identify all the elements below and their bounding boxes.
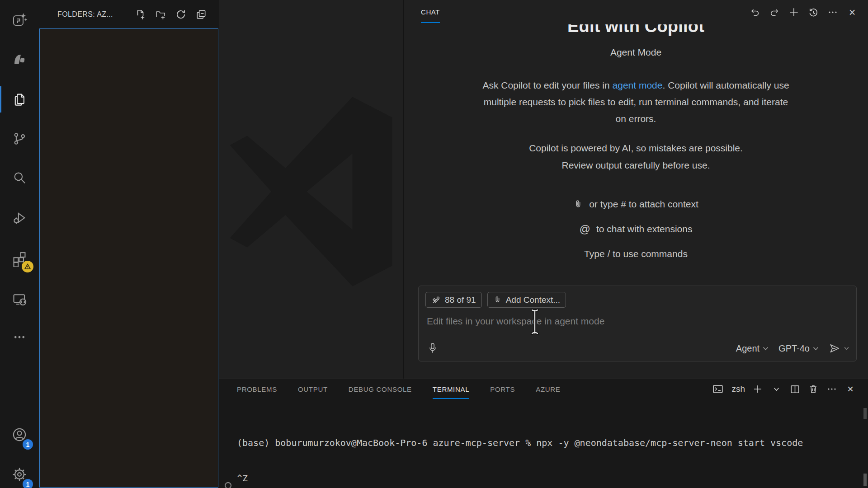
at-symbol-icon: @ bbox=[580, 223, 590, 235]
close-panel-icon[interactable]: × bbox=[845, 5, 859, 19]
activity-bar: 1 1 bbox=[0, 0, 39, 488]
terminal-dropdown-chevron-icon[interactable] bbox=[770, 383, 782, 395]
remote-monitor-icon bbox=[11, 291, 28, 307]
new-chat-icon[interactable] bbox=[787, 5, 801, 19]
kill-terminal-button[interactable] bbox=[807, 383, 819, 395]
ellipsis-icon bbox=[13, 330, 26, 344]
terminal-shell-icon bbox=[712, 383, 724, 395]
panel-actions: zsh × bbox=[712, 379, 856, 399]
chat-intro-paragraph: Ask Copilot to edit your files in agent … bbox=[480, 77, 792, 127]
terminal-line: (base) boburumurzokov@MacBook-Pro-6 azur… bbox=[237, 437, 857, 449]
model-selector[interactable]: GPT-4o bbox=[778, 343, 819, 354]
hint-extensions-text: to chat with extensions bbox=[596, 224, 692, 235]
microphone-icon[interactable] bbox=[426, 341, 439, 356]
source-control-activity-button[interactable] bbox=[0, 122, 39, 156]
chat-caution-paragraph: Copilot is powered by AI, so mistakes ar… bbox=[480, 140, 792, 174]
vscode-logo-watermark bbox=[223, 94, 399, 289]
chat-history-icon[interactable] bbox=[807, 5, 820, 19]
mode-selector[interactable]: Agent bbox=[736, 343, 769, 354]
tab-problems[interactable]: PROBLEMS bbox=[237, 379, 277, 399]
folder-tree-empty[interactable] bbox=[39, 28, 218, 488]
chat-input-box[interactable]: 88 of 91 Add Context... Edit files in yo… bbox=[418, 286, 857, 361]
intro-text-pre: Ask Copilot to edit your files in bbox=[482, 80, 612, 90]
accounts-button[interactable]: 1 bbox=[0, 418, 39, 452]
add-context-label: Add Context... bbox=[506, 295, 560, 305]
chevron-down-icon bbox=[763, 347, 769, 351]
hint-extensions: @ to chat with extensions bbox=[580, 221, 693, 237]
chat-input-controls: Agent GPT-4o bbox=[736, 343, 849, 354]
search-activity-button[interactable] bbox=[0, 160, 39, 195]
send-button[interactable] bbox=[829, 343, 849, 354]
new-file-button[interactable] bbox=[134, 9, 146, 20]
hint-attach-text: or type # to attach context bbox=[589, 199, 698, 210]
copilot-chat-panel: CHAT bbox=[403, 0, 868, 379]
add-context-button[interactable]: Add Context... bbox=[487, 292, 566, 308]
sidebar-actions bbox=[134, 0, 207, 29]
tab-output[interactable]: OUTPUT bbox=[298, 379, 328, 399]
extension-logo-activity-button[interactable] bbox=[0, 42, 39, 76]
chat-input-toolbar: 88 of 91 Add Context... bbox=[425, 292, 566, 308]
extension-logo-icon bbox=[11, 51, 28, 68]
copilot-edits-activity-button[interactable] bbox=[0, 3, 39, 38]
chat-input-bottom-row: Agent GPT-4o bbox=[426, 340, 849, 357]
search-icon bbox=[12, 170, 27, 185]
settings-badge: 1 bbox=[23, 479, 33, 488]
files-icon bbox=[12, 92, 27, 107]
paperclip-icon bbox=[573, 199, 583, 210]
settings-button[interactable]: 1 bbox=[0, 457, 39, 488]
panel-tabs: PROBLEMS OUTPUT DEBUG CONSOLE TERMINAL P… bbox=[237, 379, 561, 399]
hint-attach-context: or type # to attach context bbox=[573, 197, 698, 212]
tab-debug-console[interactable]: DEBUG CONSOLE bbox=[349, 379, 412, 399]
chat-header-actions: × bbox=[748, 0, 859, 24]
terminal-output[interactable]: (base) boburumurzokov@MacBook-Pro-6 azur… bbox=[237, 413, 857, 488]
mode-selector-label: Agent bbox=[736, 343, 760, 354]
chat-hints: or type # to attach context @ to chat wi… bbox=[404, 197, 868, 262]
copilot-sparkle-icon bbox=[11, 12, 28, 28]
paperclip-small-icon bbox=[493, 295, 502, 305]
chat-title-container: Edit with Copilot bbox=[404, 24, 868, 41]
hint-commands-text: Type / to use commands bbox=[584, 249, 688, 259]
terminal-scrollbar[interactable] bbox=[863, 408, 867, 419]
caution-line-2: Review output carefully before use. bbox=[480, 157, 792, 174]
git-branch-icon bbox=[12, 131, 27, 146]
redo-icon[interactable] bbox=[768, 5, 781, 19]
text-cursor-pointer bbox=[528, 308, 541, 336]
close-panel-button[interactable]: × bbox=[844, 383, 856, 395]
extensions-warning-badge bbox=[22, 261, 33, 272]
editor-area[interactable] bbox=[219, 0, 403, 379]
command-decoration-circle[interactable] bbox=[225, 482, 231, 488]
tab-ports[interactable]: PORTS bbox=[490, 379, 515, 399]
explorer-activity-button[interactable] bbox=[0, 82, 39, 117]
chat-welcome-subtitle: Agent Mode bbox=[404, 47, 868, 58]
shell-name-label[interactable]: zsh bbox=[731, 384, 745, 394]
split-terminal-button[interactable] bbox=[789, 383, 801, 395]
bottom-panel: PROBLEMS OUTPUT DEBUG CONSOLE TERMINAL P… bbox=[219, 379, 868, 488]
hint-commands: Type / to use commands bbox=[584, 246, 688, 262]
tab-chat[interactable]: CHAT bbox=[421, 0, 440, 23]
collapse-all-button[interactable] bbox=[195, 9, 207, 20]
send-options-chevron-icon bbox=[844, 347, 849, 350]
refresh-button[interactable] bbox=[175, 9, 187, 20]
chat-input-placeholder[interactable]: Edit files in your workspace in agent mo… bbox=[427, 316, 604, 327]
tab-terminal[interactable]: TERMINAL bbox=[433, 379, 469, 399]
more-views-button[interactable] bbox=[0, 320, 39, 354]
new-folder-button[interactable] bbox=[155, 9, 166, 20]
agent-mode-link[interactable]: agent mode bbox=[613, 80, 663, 90]
new-terminal-button[interactable] bbox=[752, 383, 764, 395]
more-actions-icon[interactable] bbox=[826, 5, 840, 19]
chat-header: CHAT bbox=[404, 0, 868, 24]
extensions-activity-button[interactable] bbox=[0, 242, 39, 276]
terminal-scrollbar-handle[interactable] bbox=[863, 474, 867, 486]
panel-more-actions-icon[interactable] bbox=[826, 383, 838, 395]
tab-azure[interactable]: AZURE bbox=[536, 379, 560, 399]
model-selector-label: GPT-4o bbox=[778, 343, 810, 354]
accounts-badge: 1 bbox=[23, 439, 33, 450]
terminal-prompt-line: (base) boburumurzokov@MacBook-Pro-6 azur… bbox=[237, 480, 572, 488]
folders-section-title: FOLDERS: AZ... bbox=[57, 10, 113, 19]
undo-icon[interactable] bbox=[748, 5, 762, 19]
send-plane-icon bbox=[829, 343, 840, 354]
remote-explorer-activity-button[interactable] bbox=[0, 282, 39, 316]
run-debug-activity-button[interactable] bbox=[0, 201, 39, 235]
tools-icon bbox=[431, 295, 441, 305]
tools-selector-button[interactable]: 88 of 91 bbox=[425, 292, 482, 308]
